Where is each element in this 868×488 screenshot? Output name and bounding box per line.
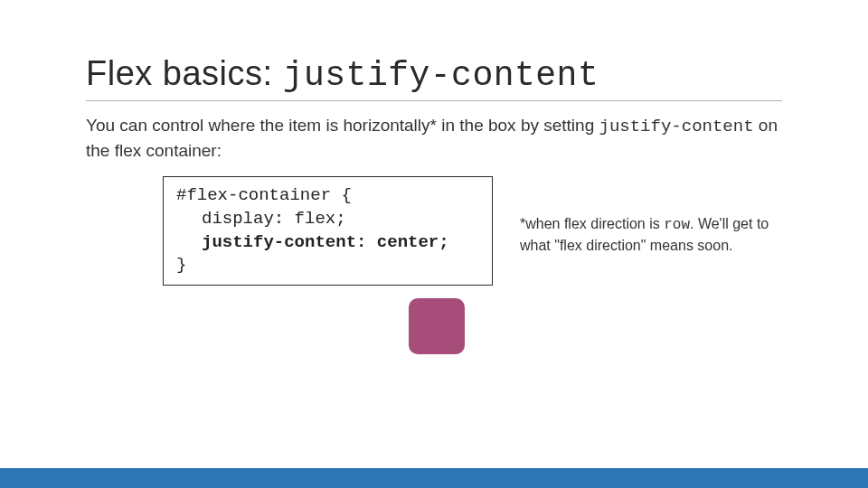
note-part1: *when flex direction is — [520, 216, 664, 231]
slide: Flex basics: justify-content You can con… — [0, 0, 868, 488]
body-part1: You can control where the item is horizo… — [86, 116, 599, 135]
title-prefix: Flex basics: — [86, 54, 283, 92]
code-line-3: justify-content: center; — [176, 231, 479, 255]
code-line-4: } — [176, 254, 479, 277]
flex-demo-container — [163, 295, 710, 412]
slide-title: Flex basics: justify-content — [86, 54, 782, 95]
content-row: #flex-container { display: flex; justify… — [163, 176, 782, 286]
code-line-2: display: flex; — [176, 208, 479, 231]
title-code: justify-content — [283, 56, 599, 95]
flex-demo-item — [409, 298, 465, 354]
code-line-1: #flex-container { — [176, 184, 479, 208]
title-underline — [86, 100, 782, 101]
note-code: row — [664, 217, 690, 233]
asterisk-note: *when flex direction is row. We'll get t… — [520, 214, 782, 255]
accent-bottom-bar — [0, 468, 868, 488]
code-example: #flex-container { display: flex; justify… — [163, 176, 493, 286]
body-text: You can control where the item is horizo… — [86, 114, 782, 162]
body-code: justify-content — [599, 117, 754, 136]
